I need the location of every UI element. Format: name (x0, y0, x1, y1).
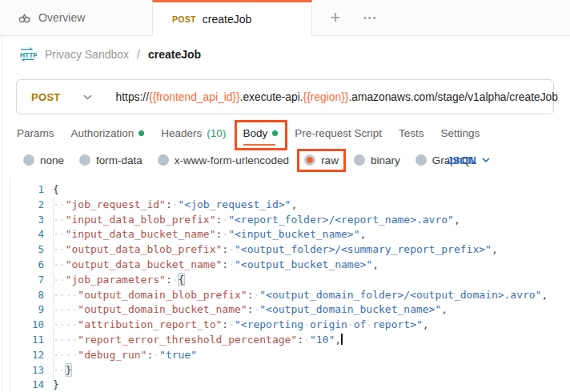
line-number: 8 (10, 288, 44, 303)
radio-none-label: none (40, 154, 64, 166)
tab-settings-label: Settings (440, 127, 480, 139)
line-number: 13 (10, 363, 44, 378)
method-selector[interactable]: POST (17, 91, 105, 103)
http-request-icon: HTTP (18, 47, 37, 62)
code-line[interactable]: 4··"input_data_bucket_name":·"<input_buc… (10, 227, 570, 242)
code-line[interactable]: 14} (10, 378, 570, 392)
tab-body-label: Body (243, 127, 267, 139)
line-number: 4 (10, 227, 44, 242)
request-url-bar: POST https://{{frontend_api_id}}.execute… (16, 79, 554, 114)
radio-raw-label: raw (321, 154, 339, 166)
line-number: 5 (10, 242, 44, 258)
overview-icon (18, 11, 31, 25)
breadcrumb: HTTP Privacy Sandbox / createJob (18, 45, 201, 64)
line-number: 6 (10, 258, 44, 273)
radio-circle-icon (354, 154, 365, 166)
radio-circle-icon (23, 154, 34, 166)
workspace-tabbar: Overview POST createJob + ••• (0, 0, 570, 36)
tab-overview-label: Overview (38, 11, 85, 24)
tab-overview[interactable]: Overview (0, 0, 152, 35)
line-number: 9 (10, 302, 44, 318)
code-line[interactable]: 10····"attribution_report_to":·"<reporti… (10, 318, 570, 333)
breadcrumb-collection[interactable]: Privacy Sandbox (45, 48, 129, 61)
body-type-selector: none form-data x-www-form-urlencoded raw… (23, 149, 476, 171)
text-cursor (341, 334, 343, 345)
svg-text:HTTP: HTTP (20, 51, 37, 59)
line-number: 11 (10, 333, 44, 348)
url-input[interactable]: https://{{frontend_api_id}}.execute-api.… (105, 91, 558, 103)
chevron-down-icon (83, 94, 92, 100)
radio-circle-icon (158, 154, 169, 166)
tab-params-label: Params (17, 127, 54, 139)
breadcrumb-request-name: createJob (148, 48, 201, 61)
request-tabs: Params Authorization Headers (10) Body P… (17, 121, 480, 145)
language-dropdown-label: JSON (447, 154, 476, 166)
line-number: 3 (10, 213, 44, 228)
tab-createjob[interactable]: POST createJob (152, 0, 312, 36)
code-line[interactable]: 7··"job_parameters":·{ (10, 273, 570, 288)
tab-settings[interactable]: Settings (440, 127, 480, 139)
pane-left-border (2, 35, 2, 392)
tab-headers[interactable]: Headers (10) (161, 127, 226, 139)
line-number: 1 (10, 182, 44, 198)
new-tab-button[interactable]: + (312, 0, 359, 35)
code-lines: 1{2··"job_request_id":·"<job_request_id>… (10, 182, 570, 392)
radio-circle-icon (415, 154, 427, 166)
tab-headers-label: Headers (161, 127, 202, 139)
radio-binary[interactable]: binary (354, 154, 400, 166)
radio-selected-icon (304, 154, 315, 166)
radio-raw[interactable]: raw (304, 154, 339, 166)
authorization-status-dot (138, 130, 144, 136)
radio-form-data-label: form-data (96, 154, 142, 166)
code-line[interactable]: 1{ (10, 182, 570, 198)
more-tabs-button[interactable]: ••• (359, 0, 378, 35)
radio-urlencoded-label: x-www-form-urlencoded (175, 154, 289, 166)
line-number: 2 (10, 198, 44, 213)
code-line[interactable]: 12····"debug_run":·"true" (10, 348, 570, 363)
active-tab-underline (243, 144, 275, 146)
line-number: 7 (10, 273, 44, 288)
radio-form-data[interactable]: form-data (79, 154, 142, 166)
method-label: POST (31, 91, 61, 103)
tab-pre-request-script[interactable]: Pre-request Script (295, 127, 382, 139)
radio-binary-label: binary (371, 154, 400, 166)
tab-createjob-label: createJob (203, 13, 251, 26)
radio-urlencoded[interactable]: x-www-form-urlencoded (158, 154, 289, 166)
code-line[interactable]: 5··"output_data_blob_prefix":·"<output_f… (10, 242, 570, 258)
line-number: 10 (10, 318, 44, 333)
line-number: 14 (10, 378, 44, 392)
body-status-dot (272, 130, 278, 136)
tab-body[interactable]: Body (243, 127, 278, 139)
breadcrumb-separator: / (137, 48, 140, 61)
chevron-down-icon (482, 158, 490, 162)
tab-method-badge: POST (172, 14, 196, 24)
code-line[interactable]: 9····"output_domain_bucket_name":·"<outp… (10, 302, 570, 318)
radio-none[interactable]: none (23, 154, 64, 166)
code-line[interactable]: 8····"output_domain_blob_prefix":·"<outp… (10, 288, 570, 303)
code-line[interactable]: 11····"report_error_threshold_percentage… (10, 333, 570, 348)
line-number: 12 (10, 348, 44, 363)
code-line[interactable]: 3··"input_data_blob_prefix":·"<report_fo… (10, 213, 570, 228)
tab-authorization-label: Authorization (71, 127, 134, 139)
code-line[interactable]: 6··"output_data_bucket_name":·"<output_b… (10, 258, 570, 273)
radio-circle-icon (79, 154, 90, 166)
tab-params[interactable]: Params (17, 127, 54, 139)
tab-pre-request-label: Pre-request Script (295, 127, 382, 139)
language-dropdown[interactable]: JSON (447, 149, 490, 171)
body-code-editor[interactable]: 1{2··"job_request_id":·"<job_request_id>… (10, 178, 570, 392)
tab-tests[interactable]: Tests (399, 127, 424, 139)
code-line[interactable]: 13··} (10, 363, 570, 378)
code-line[interactable]: 2··"job_request_id":·"<job_request_id>", (10, 198, 570, 213)
indent-guide (53, 198, 54, 378)
tab-tests-label: Tests (399, 127, 424, 139)
tab-authorization[interactable]: Authorization (71, 127, 145, 139)
headers-count: (10) (207, 127, 226, 139)
